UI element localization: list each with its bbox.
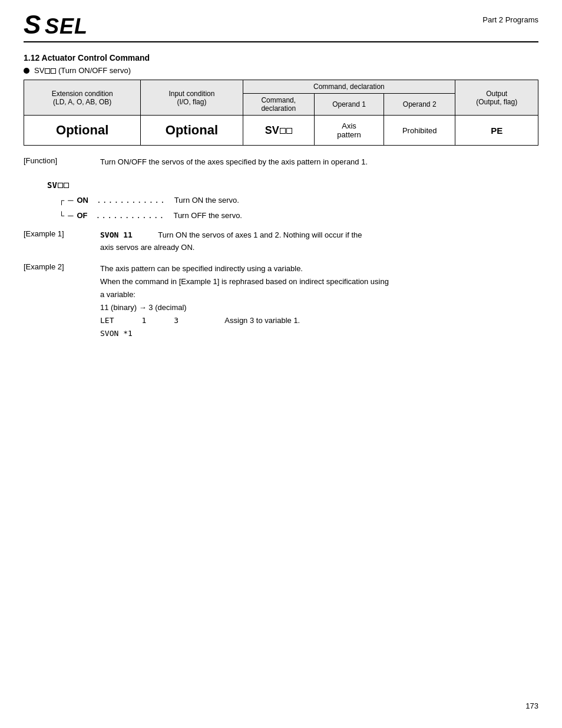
- th-extension-condition: Extension condition(LD, A, O, AB, OB): [24, 80, 141, 116]
- function-section: [Function] Turn ON/OFF the servos of the…: [24, 156, 538, 169]
- th-operand2: Operand 2: [384, 94, 455, 116]
- bullet-line: SV (Turn ON/OFF servo): [24, 66, 538, 75]
- example2-label: [Example 2]: [24, 262, 100, 341]
- bullet-icon: [24, 68, 29, 74]
- of-text: Turn OFF the servo.: [173, 208, 242, 223]
- th-command: Command,declaration: [243, 94, 315, 116]
- td-optional1: Optional: [24, 116, 141, 146]
- example2-line3: a variable:: [100, 288, 538, 301]
- example2-line1: The axis pattern can be specified indire…: [100, 262, 538, 275]
- td-optional2: Optional: [141, 116, 243, 146]
- example2-line2: When the command in [Example 1] is rephr…: [100, 275, 538, 288]
- example2-line6: SVON *1: [100, 327, 538, 340]
- part-label: Part 2 Programs: [482, 15, 538, 24]
- on-line: ┌─ON ............ Turn ON the servo.: [59, 193, 538, 208]
- example2-line5: LET 1 3 Assign 3 to variable 1.: [100, 314, 538, 327]
- example1-description: Turn ON the servos of axes 1 and 2. Noth…: [100, 230, 362, 252]
- example1-command: SVON 11: [100, 230, 133, 239]
- example2-line4: 11 (binary) → 3 (decimal): [100, 301, 538, 314]
- th-operand1: Operand 1: [315, 94, 384, 116]
- example1-content: SVON 11 Turn ON the servos of axes 1 and…: [100, 229, 538, 254]
- bullet-text: SV (Turn ON/OFF servo): [34, 66, 131, 75]
- command-table: Extension condition(LD, A, O, AB, OB) In…: [24, 80, 538, 146]
- td-pe: PE: [455, 116, 538, 146]
- th-output: Output(Output, flag): [455, 80, 538, 116]
- th-command-declaration: Command, declaration: [243, 80, 455, 94]
- of-dots: ............: [96, 208, 166, 223]
- function-label: [Function]: [24, 156, 100, 169]
- example2-content: The axis pattern can be specified indire…: [100, 262, 538, 341]
- td-sv: SV: [243, 116, 315, 146]
- sv-diagram: SV ┌─ON ............ Turn ON the servo. …: [47, 178, 538, 223]
- function-text: Turn ON/OFF the servos of the axes speci…: [100, 156, 538, 169]
- page-number: 173: [525, 701, 538, 710]
- example1-section: [Example 1] SVON 11 Turn ON the servos o…: [24, 229, 538, 254]
- page-header: S SEL Part 2 Programs: [24, 12, 538, 42]
- example1-label: [Example 1]: [24, 229, 100, 254]
- section-title: 1.12 Actuator Control Command: [24, 53, 538, 62]
- of-line: └─OF ............ Turn OFF the servo.: [59, 208, 538, 223]
- logo: S SEL: [24, 12, 88, 38]
- on-text: Turn ON the servo.: [174, 193, 239, 208]
- td-axis-pattern: Axispattern: [315, 116, 384, 146]
- th-input-condition: Input condition(I/O, flag): [141, 80, 243, 116]
- example2-section: [Example 2] The axis pattern can be spec…: [24, 262, 538, 341]
- sv-diagram-title: SV: [47, 178, 538, 193]
- td-prohibited: Prohibited: [384, 116, 455, 146]
- on-dots: ............: [97, 193, 166, 208]
